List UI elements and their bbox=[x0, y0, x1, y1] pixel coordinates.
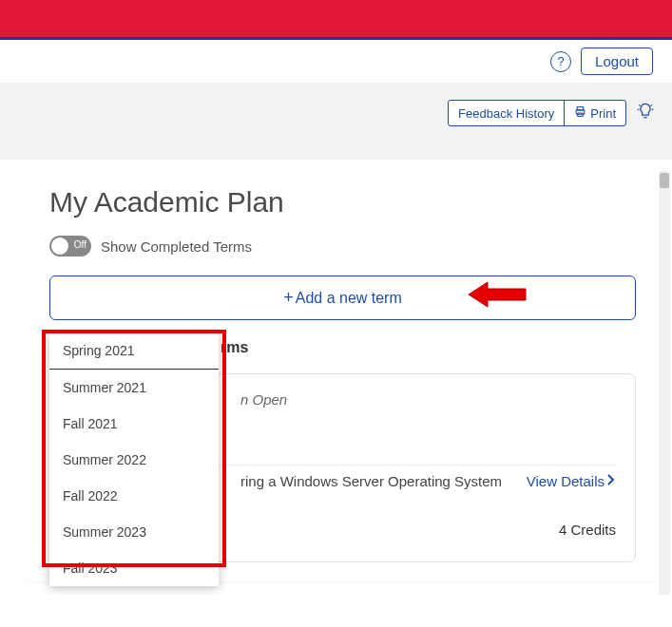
lightbulb-icon[interactable] bbox=[636, 102, 655, 125]
scrollbar[interactable] bbox=[659, 171, 670, 595]
toggle-knob bbox=[51, 238, 68, 255]
scrollbar-thumb[interactable] bbox=[660, 173, 669, 188]
term-option[interactable]: Summer 2023 bbox=[49, 514, 219, 550]
toolbar: Feedback History Print bbox=[0, 83, 672, 160]
print-button[interactable]: Print bbox=[564, 101, 625, 125]
term-dropdown: Spring 2021 Summer 2021 Fall 2021 Summer… bbox=[49, 332, 219, 586]
feedback-history-button[interactable]: Feedback History bbox=[449, 101, 564, 125]
header-bar: ? Logout bbox=[0, 40, 672, 83]
svg-line-6 bbox=[639, 104, 640, 105]
help-icon[interactable]: ? bbox=[550, 51, 571, 72]
top-banner bbox=[0, 0, 672, 40]
term-option[interactable]: Summer 2022 bbox=[49, 442, 219, 478]
completed-terms-toggle[interactable]: Off bbox=[49, 236, 91, 256]
print-label: Print bbox=[590, 106, 616, 121]
term-option[interactable]: Fall 2021 bbox=[49, 406, 219, 442]
view-details-label: View Details bbox=[527, 473, 605, 489]
toggle-row: Off Show Completed Terms bbox=[49, 236, 636, 256]
plus-icon: + bbox=[283, 288, 294, 308]
print-icon bbox=[574, 105, 586, 121]
term-option[interactable]: Fall 2023 bbox=[49, 550, 219, 586]
term-option[interactable]: Fall 2022 bbox=[49, 478, 219, 514]
page-title: My Academic Plan bbox=[49, 186, 636, 218]
toggle-label: Show Completed Terms bbox=[101, 238, 252, 255]
term-option[interactable]: Summer 2021 bbox=[49, 370, 219, 406]
feedback-label: Feedback History bbox=[458, 106, 554, 121]
chevron-right-icon bbox=[606, 473, 616, 489]
arrow-annotation bbox=[469, 280, 528, 313]
feedback-print-group: Feedback History Print bbox=[448, 100, 626, 126]
add-term-button[interactable]: + Add a new term bbox=[49, 276, 636, 320]
term-option[interactable]: Spring 2021 bbox=[49, 332, 219, 370]
svg-line-7 bbox=[650, 104, 651, 105]
view-details-link[interactable]: View Details bbox=[527, 473, 616, 489]
svg-marker-8 bbox=[469, 282, 526, 307]
help-icon-glyph: ? bbox=[557, 54, 564, 68]
logout-button[interactable]: Logout bbox=[581, 48, 653, 75]
toggle-off-label: Off bbox=[74, 239, 86, 250]
credits-label: 4 Credits bbox=[559, 522, 616, 538]
add-term-label: Add a new term bbox=[296, 290, 402, 307]
